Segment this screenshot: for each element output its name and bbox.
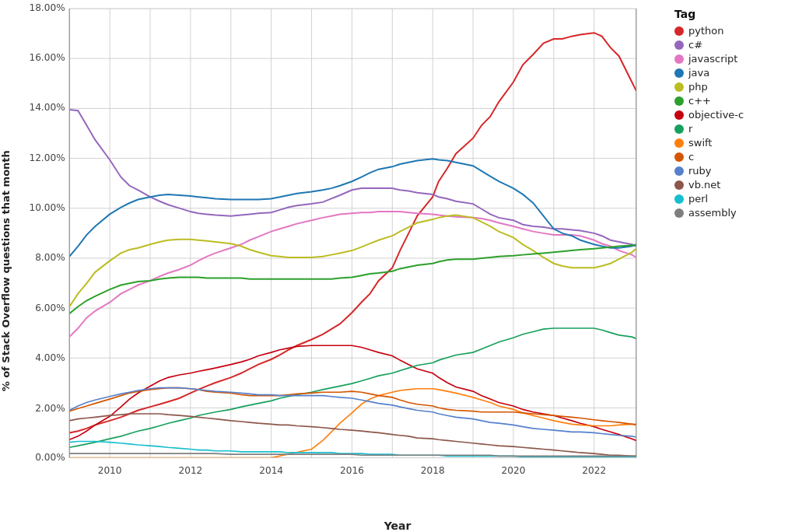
legend-item-r: r [674,123,787,135]
legend-color-java [674,68,684,78]
legend-item-python: python [674,25,787,37]
svg-text:2014: 2014 [259,465,283,476]
legend-label-ruby: ruby [688,165,712,177]
legend-color-php [674,82,684,92]
legend-color-swift [674,138,684,148]
legend-color-r [674,124,684,134]
legend-item-cpp: c++ [674,95,787,107]
legend-label-csharp: c# [688,39,702,51]
svg-text:2020: 2020 [502,465,526,476]
legend-color-perl [674,194,684,204]
legend-label-php: php [688,81,708,93]
legend-color-python [674,26,684,36]
legend-item-javascript: javascript [674,53,787,65]
svg-text:8.00%: 8.00% [35,252,65,263]
svg-text:2010: 2010 [98,465,122,476]
legend-label-swift: swift [688,137,712,149]
svg-text:10.00%: 10.00% [29,202,65,213]
legend-label-c: c [688,151,694,163]
legend-color-ruby [674,166,684,176]
svg-text:16.00%: 16.00% [29,52,65,63]
legend-color-cpp [674,96,684,106]
x-axis-label: Year [384,520,412,532]
legend-label-assembly: assembly [688,207,737,219]
svg-text:2022: 2022 [582,465,606,476]
legend-label-java: java [688,67,709,79]
legend-label-objective-c: objective-c [688,109,744,121]
legend-color-csharp [674,40,684,50]
chart-container: % of Stack Overflow questions that month [0,0,795,532]
svg-text:14.00%: 14.00% [29,102,65,113]
svg-text:18.00%: 18.00% [29,2,65,13]
legend-label-python: python [688,25,723,37]
svg-text:2012: 2012 [178,465,202,476]
legend-label-r: r [688,123,692,135]
legend-item-php: php [674,81,787,93]
legend-item-ruby: ruby [674,165,787,177]
svg-text:4.00%: 4.00% [35,352,65,363]
legend-item-assembly: assembly [674,207,787,219]
legend-color-objective-c [674,110,684,120]
svg-text:2018: 2018 [421,465,445,476]
svg-text:2.00%: 2.00% [35,403,65,414]
svg-text:6.00%: 6.00% [35,303,65,313]
legend-item-csharp: c# [674,39,787,51]
legend-item-vbnet: vb.net [674,179,787,191]
chart-plot-area: 0.00% 2.00% 4.00% 6.00% 8.00% 10.00% 12.… [18,0,671,518]
legend-color-vbnet [674,180,684,190]
svg-text:2016: 2016 [340,465,364,476]
legend-color-c [674,152,684,162]
legend-item-java: java [674,67,787,79]
legend-title: Tag [674,8,787,20]
legend-label-vbnet: vb.net [688,179,720,191]
svg-text:12.00%: 12.00% [29,152,65,163]
legend-item-c: c [674,151,787,163]
y-axis-label: % of Stack Overflow questions that month [0,0,18,518]
legend-label-perl: perl [688,193,708,205]
legend-item-objective-c: objective-c [674,109,787,121]
legend-label-javascript: javascript [688,53,737,65]
chart-legend: Tag python c# javascript java [671,0,795,518]
legend-item-perl: perl [674,193,787,205]
legend-color-javascript [674,54,684,64]
legend-color-assembly [674,208,684,218]
legend-item-swift: swift [674,137,787,149]
svg-rect-1 [69,9,636,458]
legend-label-cpp: c++ [688,95,711,107]
svg-text:0.00%: 0.00% [35,452,65,463]
